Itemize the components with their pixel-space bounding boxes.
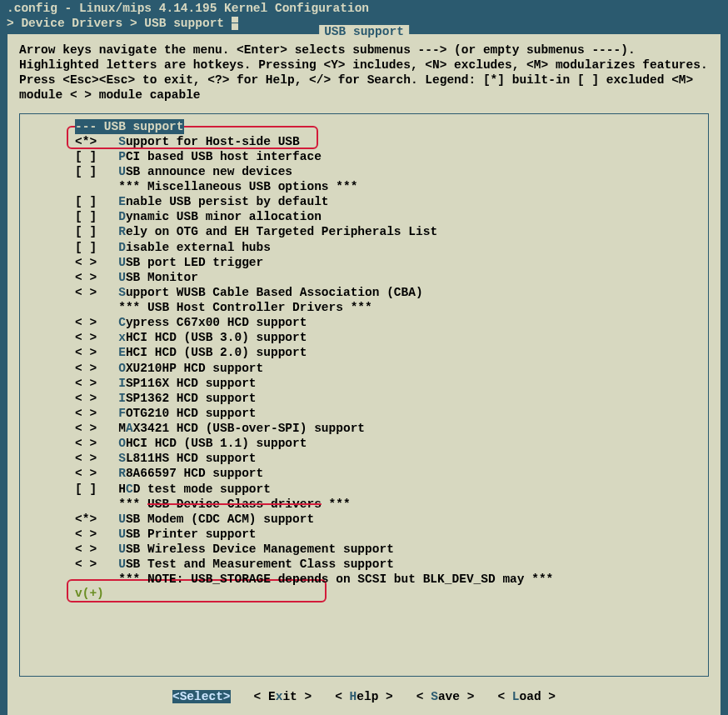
menu-item[interactable]: [ ] Dynamic USB minor allocation [25,209,703,224]
panel-title: USB support [319,25,409,38]
menu-item[interactable]: < > MAX3421 HCD (USB-over-SPI) support [25,421,703,436]
menu-item[interactable]: [ ] Disable external hubs [25,240,703,255]
menu-item[interactable]: *** NOTE: USB_STORAGE depends on SCSI bu… [25,572,703,587]
menu-item[interactable]: < > USB Test and Measurement Class suppo… [25,557,703,572]
terminal-screen: .config - Linux/mips 4.14.195 Kernel Con… [0,0,728,715]
menu-item[interactable]: < > Support WUSB Cable Based Association… [25,285,703,300]
menu-item[interactable]: [ ] HCD test mode support [25,482,703,497]
menu-item[interactable]: < > ISP1362 HCD support [25,391,703,406]
load-button[interactable]: < Load > [497,690,556,703]
exit-button[interactable]: < Exit > [254,690,312,703]
help-text: Arrow keys navigate the menu. <Enter> se… [7,34,721,108]
menu-item[interactable]: < > FOTG210 HCD support [25,406,703,421]
menu-item[interactable]: <*> USB Modem (CDC ACM) support [25,512,703,527]
menu-item[interactable]: < > SL811HS HCD support [25,451,703,466]
menu-item[interactable]: <*> Support for Host-side USB [25,134,703,149]
section-heading: --- USB support [25,119,703,134]
menu-item[interactable]: < > R8A66597 HCD support [25,466,703,481]
menu-item[interactable]: < > OXU210HP HCD support [25,361,703,376]
menu-item[interactable]: [ ] Enable USB persist by default [25,194,703,209]
more-indicator: v(+) [25,587,703,600]
menu-item[interactable]: *** USB Device Class drivers *** [25,497,703,512]
menu-item[interactable]: < > ISP116X HCD support [25,376,703,391]
menu-item[interactable]: *** USB Host Controller Drivers *** [25,300,703,315]
select-button[interactable]: <Select> [172,690,231,703]
menu-item[interactable]: < > Cypress C67x00 HCD support [25,315,703,330]
menu-item[interactable]: < > EHCI HCD (USB 2.0) support [25,345,703,360]
menu-item[interactable]: < > USB Wireless Device Management suppo… [25,542,703,557]
menu-item[interactable]: [ ] PCI based USB host interface [25,149,703,164]
window-title: .config - Linux/mips 4.14.195 Kernel Con… [0,0,728,17]
button-bar: <Select>< Exit >< Help >< Save >< Load > [7,682,721,703]
menu-item[interactable]: [ ] USB announce new devices [25,164,703,179]
menu-item[interactable]: [ ] Rely on OTG and EH Targeted Peripher… [25,224,703,239]
menu-item[interactable]: *** Miscellaneous USB options *** [25,179,703,194]
menu-item[interactable]: < > OHCI HCD (USB 1.1) support [25,436,703,451]
menu-item[interactable]: < > USB port LED trigger [25,255,703,270]
help-button[interactable]: < Help > [335,690,393,703]
menu-item[interactable]: < > xHCI HCD (USB 3.0) support [25,330,703,345]
menu-item[interactable]: < > USB Monitor [25,270,703,285]
save-button[interactable]: < Save > [416,690,475,703]
panel: USB support Arrow keys navigate the menu… [7,33,721,715]
menu-box: --- USB support <*> Support for Host-sid… [19,113,709,677]
menu-item[interactable]: < > USB Printer support [25,527,703,542]
